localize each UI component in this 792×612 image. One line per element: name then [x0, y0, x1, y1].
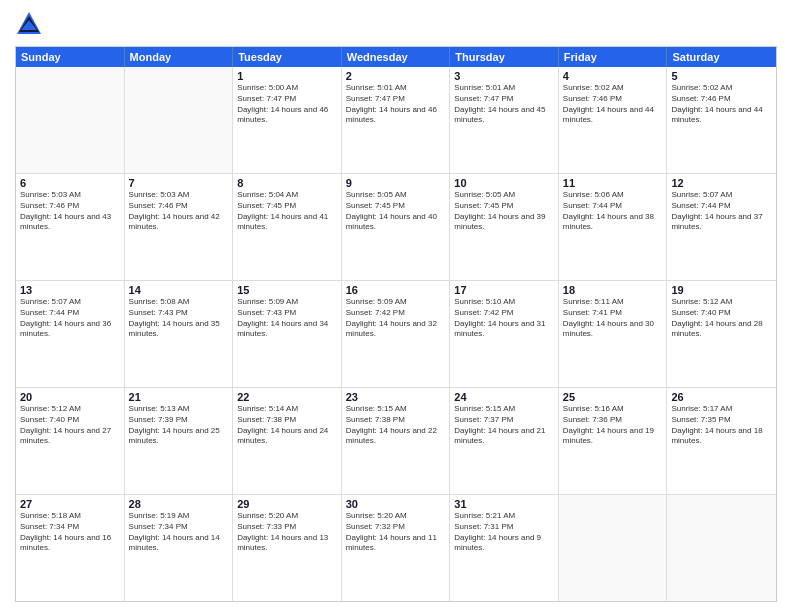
day-number: 12: [671, 177, 772, 189]
calendar-day-cell: 4Sunrise: 5:02 AM Sunset: 7:46 PM Daylig…: [559, 67, 668, 173]
calendar-day-cell: 19Sunrise: 5:12 AM Sunset: 7:40 PM Dayli…: [667, 281, 776, 387]
calendar-day-cell: [16, 67, 125, 173]
calendar-day-cell: 28Sunrise: 5:19 AM Sunset: 7:34 PM Dayli…: [125, 495, 234, 601]
day-number: 14: [129, 284, 229, 296]
day-info: Sunrise: 5:13 AM Sunset: 7:39 PM Dayligh…: [129, 404, 229, 447]
day-info: Sunrise: 5:12 AM Sunset: 7:40 PM Dayligh…: [671, 297, 772, 340]
calendar-day-cell: 24Sunrise: 5:15 AM Sunset: 7:37 PM Dayli…: [450, 388, 559, 494]
calendar-day-cell: 5Sunrise: 5:02 AM Sunset: 7:46 PM Daylig…: [667, 67, 776, 173]
calendar-day-cell: 20Sunrise: 5:12 AM Sunset: 7:40 PM Dayli…: [16, 388, 125, 494]
day-number: 4: [563, 70, 663, 82]
day-info: Sunrise: 5:07 AM Sunset: 7:44 PM Dayligh…: [671, 190, 772, 233]
calendar-day-cell: 22Sunrise: 5:14 AM Sunset: 7:38 PM Dayli…: [233, 388, 342, 494]
weekday-header: Monday: [125, 47, 234, 67]
logo: [15, 10, 47, 38]
day-number: 25: [563, 391, 663, 403]
weekday-header: Sunday: [16, 47, 125, 67]
day-number: 19: [671, 284, 772, 296]
calendar-day-cell: [559, 495, 668, 601]
calendar-day-cell: 3Sunrise: 5:01 AM Sunset: 7:47 PM Daylig…: [450, 67, 559, 173]
calendar-day-cell: 2Sunrise: 5:01 AM Sunset: 7:47 PM Daylig…: [342, 67, 451, 173]
calendar-body: 1Sunrise: 5:00 AM Sunset: 7:47 PM Daylig…: [16, 67, 776, 601]
calendar-day-cell: 6Sunrise: 5:03 AM Sunset: 7:46 PM Daylig…: [16, 174, 125, 280]
day-info: Sunrise: 5:19 AM Sunset: 7:34 PM Dayligh…: [129, 511, 229, 554]
calendar-week-row: 27Sunrise: 5:18 AM Sunset: 7:34 PM Dayli…: [16, 494, 776, 601]
header: [15, 10, 777, 38]
weekday-header: Saturday: [667, 47, 776, 67]
day-info: Sunrise: 5:17 AM Sunset: 7:35 PM Dayligh…: [671, 404, 772, 447]
calendar-day-cell: 11Sunrise: 5:06 AM Sunset: 7:44 PM Dayli…: [559, 174, 668, 280]
day-info: Sunrise: 5:15 AM Sunset: 7:37 PM Dayligh…: [454, 404, 554, 447]
day-info: Sunrise: 5:14 AM Sunset: 7:38 PM Dayligh…: [237, 404, 337, 447]
calendar-day-cell: 27Sunrise: 5:18 AM Sunset: 7:34 PM Dayli…: [16, 495, 125, 601]
calendar-day-cell: [667, 495, 776, 601]
day-info: Sunrise: 5:20 AM Sunset: 7:32 PM Dayligh…: [346, 511, 446, 554]
day-info: Sunrise: 5:16 AM Sunset: 7:36 PM Dayligh…: [563, 404, 663, 447]
calendar-day-cell: 30Sunrise: 5:20 AM Sunset: 7:32 PM Dayli…: [342, 495, 451, 601]
calendar-day-cell: 14Sunrise: 5:08 AM Sunset: 7:43 PM Dayli…: [125, 281, 234, 387]
calendar-day-cell: 26Sunrise: 5:17 AM Sunset: 7:35 PM Dayli…: [667, 388, 776, 494]
day-number: 7: [129, 177, 229, 189]
day-info: Sunrise: 5:01 AM Sunset: 7:47 PM Dayligh…: [346, 83, 446, 126]
calendar-header: SundayMondayTuesdayWednesdayThursdayFrid…: [16, 47, 776, 67]
day-info: Sunrise: 5:18 AM Sunset: 7:34 PM Dayligh…: [20, 511, 120, 554]
calendar-day-cell: 13Sunrise: 5:07 AM Sunset: 7:44 PM Dayli…: [16, 281, 125, 387]
day-number: 11: [563, 177, 663, 189]
day-info: Sunrise: 5:09 AM Sunset: 7:42 PM Dayligh…: [346, 297, 446, 340]
calendar-day-cell: 16Sunrise: 5:09 AM Sunset: 7:42 PM Dayli…: [342, 281, 451, 387]
calendar-day-cell: 15Sunrise: 5:09 AM Sunset: 7:43 PM Dayli…: [233, 281, 342, 387]
day-info: Sunrise: 5:07 AM Sunset: 7:44 PM Dayligh…: [20, 297, 120, 340]
calendar-day-cell: 12Sunrise: 5:07 AM Sunset: 7:44 PM Dayli…: [667, 174, 776, 280]
calendar-day-cell: 29Sunrise: 5:20 AM Sunset: 7:33 PM Dayli…: [233, 495, 342, 601]
day-info: Sunrise: 5:21 AM Sunset: 7:31 PM Dayligh…: [454, 511, 554, 554]
day-info: Sunrise: 5:15 AM Sunset: 7:38 PM Dayligh…: [346, 404, 446, 447]
calendar-day-cell: 10Sunrise: 5:05 AM Sunset: 7:45 PM Dayli…: [450, 174, 559, 280]
calendar-day-cell: 21Sunrise: 5:13 AM Sunset: 7:39 PM Dayli…: [125, 388, 234, 494]
calendar-day-cell: 25Sunrise: 5:16 AM Sunset: 7:36 PM Dayli…: [559, 388, 668, 494]
weekday-header: Thursday: [450, 47, 559, 67]
weekday-header: Friday: [559, 47, 668, 67]
day-info: Sunrise: 5:11 AM Sunset: 7:41 PM Dayligh…: [563, 297, 663, 340]
day-info: Sunrise: 5:12 AM Sunset: 7:40 PM Dayligh…: [20, 404, 120, 447]
day-number: 16: [346, 284, 446, 296]
day-number: 31: [454, 498, 554, 510]
day-number: 3: [454, 70, 554, 82]
day-number: 22: [237, 391, 337, 403]
calendar-day-cell: [125, 67, 234, 173]
day-number: 20: [20, 391, 120, 403]
calendar-day-cell: 9Sunrise: 5:05 AM Sunset: 7:45 PM Daylig…: [342, 174, 451, 280]
day-info: Sunrise: 5:09 AM Sunset: 7:43 PM Dayligh…: [237, 297, 337, 340]
day-info: Sunrise: 5:05 AM Sunset: 7:45 PM Dayligh…: [346, 190, 446, 233]
calendar: SundayMondayTuesdayWednesdayThursdayFrid…: [15, 46, 777, 602]
day-number: 30: [346, 498, 446, 510]
day-number: 29: [237, 498, 337, 510]
day-info: Sunrise: 5:10 AM Sunset: 7:42 PM Dayligh…: [454, 297, 554, 340]
logo-icon: [15, 10, 43, 38]
day-number: 6: [20, 177, 120, 189]
day-info: Sunrise: 5:00 AM Sunset: 7:47 PM Dayligh…: [237, 83, 337, 126]
day-number: 18: [563, 284, 663, 296]
day-info: Sunrise: 5:01 AM Sunset: 7:47 PM Dayligh…: [454, 83, 554, 126]
day-number: 9: [346, 177, 446, 189]
calendar-week-row: 6Sunrise: 5:03 AM Sunset: 7:46 PM Daylig…: [16, 173, 776, 280]
day-number: 23: [346, 391, 446, 403]
day-info: Sunrise: 5:08 AM Sunset: 7:43 PM Dayligh…: [129, 297, 229, 340]
page: SundayMondayTuesdayWednesdayThursdayFrid…: [0, 0, 792, 612]
calendar-day-cell: 7Sunrise: 5:03 AM Sunset: 7:46 PM Daylig…: [125, 174, 234, 280]
day-number: 21: [129, 391, 229, 403]
day-info: Sunrise: 5:02 AM Sunset: 7:46 PM Dayligh…: [563, 83, 663, 126]
weekday-header: Tuesday: [233, 47, 342, 67]
calendar-week-row: 20Sunrise: 5:12 AM Sunset: 7:40 PM Dayli…: [16, 387, 776, 494]
weekday-header: Wednesday: [342, 47, 451, 67]
day-info: Sunrise: 5:05 AM Sunset: 7:45 PM Dayligh…: [454, 190, 554, 233]
day-number: 26: [671, 391, 772, 403]
calendar-day-cell: 31Sunrise: 5:21 AM Sunset: 7:31 PM Dayli…: [450, 495, 559, 601]
day-number: 13: [20, 284, 120, 296]
day-number: 2: [346, 70, 446, 82]
day-number: 15: [237, 284, 337, 296]
day-number: 8: [237, 177, 337, 189]
day-number: 28: [129, 498, 229, 510]
calendar-day-cell: 23Sunrise: 5:15 AM Sunset: 7:38 PM Dayli…: [342, 388, 451, 494]
day-number: 10: [454, 177, 554, 189]
calendar-week-row: 13Sunrise: 5:07 AM Sunset: 7:44 PM Dayli…: [16, 280, 776, 387]
